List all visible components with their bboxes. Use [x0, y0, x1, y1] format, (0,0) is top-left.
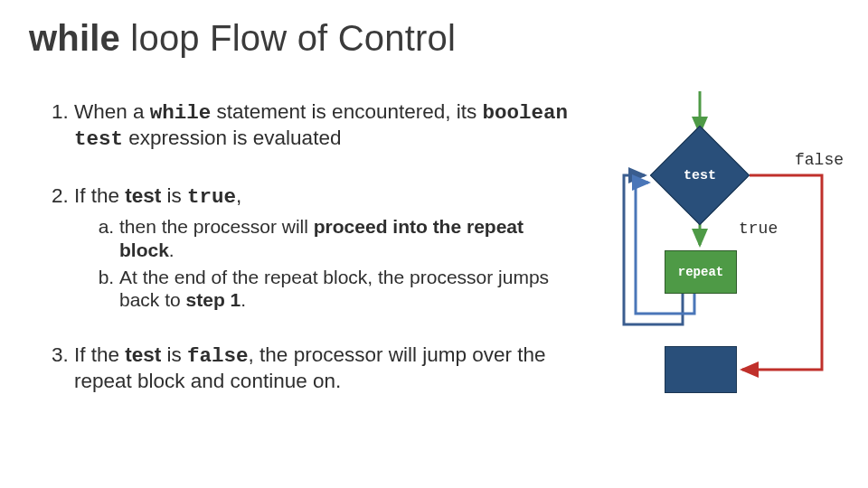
test-label: test — [665, 140, 735, 211]
true-label: true — [739, 220, 778, 238]
list-item-2a: then the processor will proceed into the… — [119, 215, 568, 261]
code-true: true — [187, 185, 236, 209]
list-item-1: When a while statement is encountered, i… — [74, 99, 568, 153]
end-box — [665, 346, 737, 393]
list-item-3: If the test is false, the processor will… — [74, 343, 568, 394]
slide-title: while loop Flow of Control — [29, 18, 456, 59]
code-while: while — [150, 101, 212, 125]
repeat-box: repeat — [665, 250, 737, 294]
title-while: while — [29, 18, 120, 58]
title-rest: loop Flow of Control — [120, 18, 456, 58]
list-item-2b: At the end of the repeat block, the proc… — [119, 266, 568, 312]
false-label: false — [795, 151, 844, 169]
code-false: false — [187, 344, 249, 368]
bold-test: test — [125, 184, 161, 207]
flow-diagram: test false true repeat — [592, 86, 863, 411]
list-item-2: If the test is true, then the processor … — [74, 183, 568, 312]
body-text: When a while statement is encountered, i… — [34, 99, 568, 425]
slide: while loop Flow of Control When a while … — [0, 0, 868, 488]
